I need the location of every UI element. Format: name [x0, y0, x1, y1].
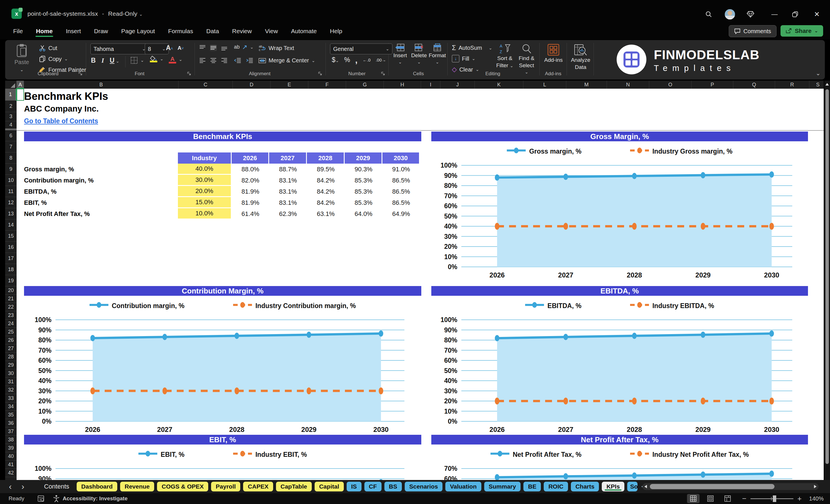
orientation-button[interactable]: ab ⌄ — [234, 44, 254, 50]
row-header-6[interactable]: 6 — [5, 130, 17, 141]
decrease-indent-icon[interactable] — [234, 57, 242, 63]
row-header-10[interactable]: 10 — [5, 175, 17, 186]
normal-view-button[interactable] — [687, 494, 700, 503]
sheet-canvas[interactable]: Benchmark KPIs ABC Company Inc. Go to Ta… — [17, 89, 824, 480]
sheet-tab-is[interactable]: IS — [347, 482, 361, 492]
decrease-decimal-button[interactable]: .00→ — [376, 58, 386, 62]
column-header-H[interactable]: H — [384, 81, 421, 89]
restore-button[interactable] — [789, 8, 801, 20]
menu-tab-automate[interactable]: Automate — [287, 25, 321, 37]
share-button[interactable]: Share ⌄ — [780, 25, 823, 37]
minimize-button[interactable]: — — [769, 8, 780, 20]
row-header-40[interactable]: 40 — [5, 452, 17, 461]
clipboard-dialog-launcher[interactable] — [78, 71, 83, 76]
row-header-41[interactable]: 41 — [5, 461, 17, 469]
select-all-corner[interactable] — [5, 81, 17, 89]
sheet-tab-capital[interactable]: Capital — [315, 482, 344, 492]
row-header-11[interactable]: 11 — [5, 186, 17, 197]
zoom-slider-thumb[interactable] — [773, 496, 776, 502]
accessibility-status[interactable]: Accessibility: Investigate — [63, 496, 128, 502]
row-header-29[interactable]: 29 — [5, 361, 17, 369]
format-cells-button[interactable]: Format ⌄ — [429, 43, 446, 65]
row-header-27[interactable]: 27 — [5, 344, 17, 353]
align-center-icon[interactable] — [210, 57, 217, 63]
column-header-P[interactable]: P — [692, 81, 733, 89]
tabs-nav-right-icon[interactable]: › — [17, 482, 29, 492]
row-header-22[interactable]: 22 — [5, 303, 17, 311]
font-size-select[interactable]: 8 ⌄ — [145, 43, 169, 54]
insert-cells-button[interactable]: Insert ⌄ — [392, 43, 408, 65]
row-header-26[interactable]: 26 — [5, 336, 17, 344]
cut-button[interactable]: Cut — [39, 44, 57, 52]
row-header-4[interactable]: 4 — [5, 121, 17, 129]
font-name-select[interactable]: Tahoma ⌄ — [90, 43, 149, 54]
chart-ebitda-[interactable]: 100%90%80%70%60%50%40%30%20%10%0%2026202… — [431, 286, 808, 442]
row-header-37[interactable]: 37 — [5, 427, 17, 436]
menu-tab-review[interactable]: Review — [228, 25, 257, 37]
row-header-32[interactable]: 32 — [5, 386, 17, 394]
sheet-tab-bs[interactable]: BS — [384, 482, 402, 492]
row-header-8[interactable]: 8 — [5, 153, 17, 164]
column-header-A[interactable]: A — [17, 81, 24, 89]
number-format-select[interactable]: General ⌄ — [330, 43, 392, 54]
column-header-M[interactable]: M — [566, 81, 607, 89]
shrink-font-button[interactable]: A˅ — [178, 45, 184, 51]
sheet-tab-scenarios[interactable]: Scenarios — [405, 482, 443, 492]
sheet-tab-payroll[interactable]: Payroll — [211, 482, 240, 492]
scroll-up-arrow-icon[interactable] — [825, 83, 829, 86]
merge-center-button[interactable]: Merge & Center ⌄ — [259, 57, 315, 64]
autosum-button[interactable]: Σ AutoSum ⌄ — [452, 44, 492, 52]
row-header-1[interactable]: 1 — [5, 89, 17, 101]
horizontal-scrollbar[interactable] — [642, 483, 819, 490]
row-header-16[interactable]: 16 — [5, 242, 17, 253]
row-header-34[interactable]: 34 — [5, 403, 17, 411]
number-dialog-launcher[interactable] — [381, 71, 386, 76]
row-header-42[interactable]: 42 — [5, 469, 17, 477]
column-header-R[interactable]: R — [775, 81, 809, 89]
sheet-tab-dashboard[interactable]: Dashboard — [77, 482, 117, 492]
chart-ebit-[interactable]: 100%90%80%70%60%50%40%30%20%10%0%2026202… — [24, 435, 421, 480]
sheet-tab-contents[interactable]: Contents — [39, 482, 74, 492]
row-header-12[interactable]: 12 — [5, 197, 17, 208]
column-header-B[interactable]: B — [24, 81, 179, 89]
sheet-tab-valuation[interactable]: Valuation — [445, 482, 481, 492]
bold-button[interactable]: B — [91, 57, 96, 64]
row-header-31[interactable]: 31 — [5, 378, 17, 386]
sheet-tab-revenue[interactable]: Revenue — [120, 482, 154, 492]
column-header-L[interactable]: L — [523, 81, 566, 89]
row-header-28[interactable]: 28 — [5, 353, 17, 361]
comments-button[interactable]: Comments — [729, 25, 776, 37]
row-header-35[interactable]: 35 — [5, 411, 17, 419]
avatar[interactable] — [724, 8, 736, 20]
alignment-dialog-launcher[interactable] — [318, 71, 323, 76]
page-layout-view-button[interactable] — [704, 494, 717, 503]
menu-tab-home[interactable]: Home — [31, 25, 57, 37]
vertical-scrollbar[interactable] — [824, 81, 830, 480]
row-header-18[interactable]: 18 — [5, 264, 17, 275]
font-dialog-launcher[interactable] — [187, 71, 192, 76]
row-header-9[interactable]: 9 — [5, 164, 17, 175]
row-header-19[interactable]: 19 — [5, 275, 17, 286]
italic-button[interactable]: I — [101, 57, 104, 64]
scroll-right-arrow-icon[interactable] — [814, 485, 817, 488]
analyze-data-button[interactable]: Analyze Data — [569, 43, 592, 70]
scroll-left-arrow-icon[interactable] — [644, 485, 647, 488]
column-header-J[interactable]: J — [441, 81, 475, 89]
sheet-tab-capex[interactable]: CAPEX — [243, 482, 273, 492]
search-icon[interactable] — [703, 8, 714, 20]
sheet-tab-charts[interactable]: Charts — [571, 482, 599, 492]
sheet-tab-cogs-opex[interactable]: COGS & OPEX — [157, 482, 208, 492]
row-header-36[interactable]: 36 — [5, 419, 17, 427]
document-title[interactable]: point-of-sale-systems.xlsx - Read-Only ⌄ — [28, 10, 143, 17]
align-right-icon[interactable] — [221, 57, 228, 63]
zoom-level[interactable]: 140% — [809, 496, 824, 502]
row-header-17[interactable]: 17 — [5, 253, 17, 264]
menu-tab-formulas[interactable]: Formulas — [164, 25, 198, 37]
sheet-tab-summary[interactable]: Summary — [484, 482, 521, 492]
sort-filter-button[interactable]: AZ Sort & Filter ⌄ — [495, 43, 515, 69]
accessibility-icon[interactable] — [53, 495, 60, 502]
zoom-out-button[interactable]: − — [742, 494, 746, 503]
row-header-3[interactable]: 3 — [5, 112, 17, 121]
menu-tab-insert[interactable]: Insert — [61, 25, 86, 37]
delete-cells-button[interactable]: Delete ⌄ — [411, 43, 427, 65]
